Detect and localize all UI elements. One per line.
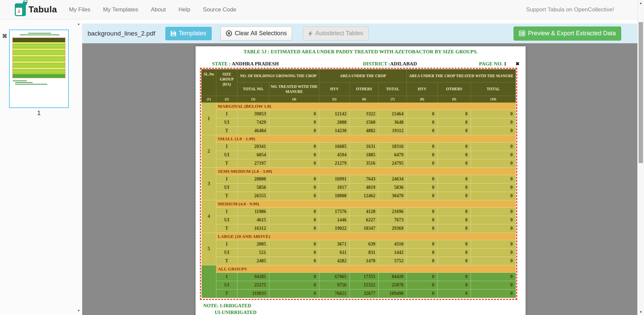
value-cell: 18008 [319,192,350,200]
autodetect-tables-button[interactable]: Autodetect Tables [303,27,369,41]
thumb-table [12,38,65,78]
value-cell: 19112 [379,127,407,135]
value-cell: 3648 [379,118,407,127]
value-cell: 15464 [379,110,407,118]
page-no-label: PAGE NO. [479,61,503,66]
value-cell: 0 [269,175,319,183]
row-type-cell: UI [216,249,237,257]
pdf-page[interactable]: TABLE 5J : ESTIMATED AREA UNDER PADDY TR… [196,46,526,315]
value-cell: 6479 [379,151,407,159]
thumb-table-header [13,38,65,42]
preview-export-button[interactable]: Preview & Export Extracted Data [514,27,621,41]
row-type-cell: I [216,240,237,249]
slno-cell: 5 [202,233,216,265]
table-data-row: UI46150144662277673000 [202,216,516,224]
value-cell: 16312 [237,224,269,233]
value-cell: 0 [407,183,438,192]
value-cell: 0 [269,183,319,192]
value-cell: 0 [407,127,438,135]
value-cell: 0 [269,224,319,233]
value-cell: 0 [407,290,438,298]
row-type-cell: I [216,273,237,281]
value-cell: 0 [407,281,438,290]
value-cell: 1560 [350,118,379,127]
thumb-note-line [15,84,47,85]
value-cell: 3516 [350,159,379,168]
table-section-row: 3SEMI-MEDIUM (2.0 - 3.99) [202,168,516,175]
nav-about[interactable]: About [151,6,166,13]
col-number: (9) [438,96,471,103]
value-cell: 0 [407,192,438,200]
toolbar: background_lines_2.pdf Templates [82,23,637,43]
brand: λ Tabula [15,3,57,16]
scroll-down-icon[interactable]: ▼ [77,309,80,312]
state-value: ANDHRA PRADESH [232,61,279,66]
table-data-row: T163120190221034729369000 [202,224,516,233]
scrollbar-thumb[interactable] [639,22,643,163]
subheader-no-treated: NO. TREATED WITH THE MANURE [269,83,319,96]
nav-my-files[interactable]: My Files [69,6,90,13]
sidebar-scrollbar[interactable]: ▲ ▼ [76,19,82,315]
table-section-row: 4MEDIUM (4.0 - 9.99) [202,200,516,208]
clear-all-selections-button[interactable]: Clear All Selections [220,27,292,41]
row-type-cell: UI [216,118,237,127]
value-cell: 0 [269,159,319,168]
value-cell: 4819 [350,183,379,192]
note-line-1: NOTE: I-IRRIGATED [203,303,257,309]
table-section-row: 2SMALL (1.0 - 1.99) [202,135,516,143]
scroll-up-icon[interactable]: ▲ [77,22,80,25]
value-cell: 6227 [350,216,379,224]
subheader-total-no: TOTAL NO. [237,83,269,96]
value-cell: 4615 [237,216,269,224]
nav-my-templates[interactable]: My Templates [103,6,138,13]
col-number: (5) [319,96,350,103]
pdf-viewer-area[interactable]: TABLE 5J : ESTIMATED AREA UNDER PADDY TR… [82,43,637,315]
selection-close-icon[interactable]: ✖ [516,61,520,66]
value-cell: 29369 [379,224,407,233]
value-cell: 0 [269,216,319,224]
thumb-table-total-rows [13,74,65,78]
value-cell: 0 [407,175,438,183]
col-number: (3) [237,96,269,103]
value-cell: 0 [269,143,319,151]
value-cell: 15322 [350,281,379,290]
nav-help[interactable]: Help [178,6,190,13]
window-scrollbar[interactable]: ▲ ▼ [637,0,644,315]
size-group-label: MEDIUM (4.0 - 9.99) [216,200,516,208]
table-section-row: 1MARGINAL (BELOW 1.0) [202,103,516,110]
value-cell: 3671 [319,240,350,249]
templates-button[interactable]: Templates [165,27,212,40]
slno-cell: 3 [202,168,216,200]
table-data-row: T46484014230488219112000 [202,127,516,135]
thumb-table-rows [13,42,65,74]
page-thumbnail[interactable] [9,30,69,108]
bolt-icon [308,31,313,37]
table-section-row: 5LARGE (10 AND ABOVE) [202,233,516,240]
col-number: (10) [471,96,516,103]
value-cell: 11986 [237,208,269,216]
value-cell: 20341 [237,143,269,151]
value-cell: 0 [438,183,471,192]
district-label: DISTRICT : [363,61,390,66]
nav-support-link[interactable]: Support Tabula on OpenCollective! [526,6,614,13]
table-data-row: I39053012142332215464000 [202,110,516,118]
value-cell: 0 [269,110,319,118]
value-cell: 0 [438,224,471,233]
header-area: AREA UNDER THE CROP [319,69,407,83]
scroll-down-icon[interactable]: ▼ [639,310,642,314]
size-group-label: LARGE (10 AND ABOVE) [216,233,516,240]
nav-source-code[interactable]: Source Code [203,6,236,13]
meta-state: STATE : ANDHRA PRADESH [212,61,279,67]
thumb-note-line [15,82,33,83]
save-icon [171,31,176,36]
value-cell: 0 [407,159,438,168]
scroll-up-icon[interactable]: ▲ [639,1,642,5]
remove-page-icon[interactable]: ✖ [2,32,7,40]
pdf-data-table: SL.No SIZE GROUP (HA) NO. OF HOLDINGS GR… [201,69,516,298]
value-cell: 0 [471,110,516,118]
value-cell: 0 [471,151,516,159]
table-data-row: T27197021279351624795000 [202,159,516,168]
value-cell: 831 [350,249,379,257]
value-cell: 1017 [319,183,350,192]
value-cell: 109498 [379,290,407,298]
